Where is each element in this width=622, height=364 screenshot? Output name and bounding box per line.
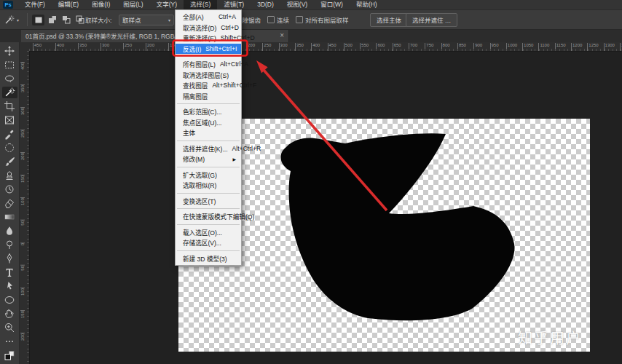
select-subject-button[interactable]: 选择主体: [370, 13, 408, 27]
divider: [27, 13, 28, 26]
menubar-item[interactable]: 窗口(W): [314, 0, 350, 9]
move-tool[interactable]: [2, 45, 17, 57]
dodge-tool[interactable]: [2, 239, 17, 250]
menu-item[interactable]: 选取相似(R): [176, 180, 241, 191]
subtract-from-selection-icon[interactable]: [60, 15, 72, 25]
intersect-selection-icon[interactable]: [74, 15, 86, 25]
menubar-item[interactable]: 编辑(E): [52, 0, 85, 9]
menu-separator: [177, 56, 240, 57]
menu-item[interactable]: 所有图层(L)Alt+Ctrl+A: [176, 59, 241, 70]
menu-item[interactable]: 修改(M)▶: [176, 154, 241, 165]
ruler-label: 1250: [587, 43, 598, 51]
sample-size-label: 取样大小:: [85, 10, 111, 29]
menu-item[interactable]: 主体: [176, 127, 241, 138]
hand-tool[interactable]: [2, 308, 17, 320]
sample-size-select[interactable]: 取样点 ▾: [119, 15, 174, 25]
chevron-down-icon: ▾: [17, 17, 19, 23]
type-tool[interactable]: [2, 266, 17, 278]
menubar-item[interactable]: 视图(V): [280, 0, 314, 9]
ruler-label: 350: [20, 84, 25, 92]
ruler-label: 250: [20, 130, 25, 138]
blur-tool[interactable]: [2, 225, 17, 237]
contiguous-option[interactable]: 连续: [267, 10, 289, 29]
menu-separator: [177, 141, 240, 141]
eraser-tool[interactable]: [2, 197, 17, 209]
shape-tool[interactable]: [2, 294, 17, 306]
menu-item[interactable]: 存储选区(V)...: [176, 237, 241, 248]
brush-tool[interactable]: [2, 156, 17, 167]
menu-item[interactable]: 全部(A)Ctrl+A: [176, 12, 241, 23]
magic-wand-tool[interactable]: [2, 87, 17, 98]
sample-all-layers-option[interactable]: 对所有图层取样: [296, 10, 349, 29]
ruler-label: 1050: [522, 43, 533, 51]
sample-all-layers-checkbox[interactable]: [296, 16, 303, 23]
crop-tool[interactable]: [2, 100, 17, 112]
active-tool-badge[interactable]: ▾: [4, 10, 19, 29]
rectangular-marquee-tool[interactable]: [2, 59, 17, 71]
pen-tool[interactable]: [2, 253, 17, 264]
menubar-item[interactable]: 图层(L): [117, 0, 149, 9]
path-selection-tool[interactable]: [2, 280, 17, 292]
menu-item[interactable]: 隔离图层: [176, 91, 241, 102]
close-tab-icon[interactable]: ×: [280, 32, 284, 39]
zoom-tool[interactable]: [2, 322, 17, 333]
menubar-item[interactable]: 图像(I): [85, 0, 117, 9]
ruler-label: 1000: [506, 43, 517, 51]
menu-item[interactable]: 色彩范围(C)...: [176, 106, 241, 117]
ruler-label: 700: [409, 43, 417, 51]
menu-item[interactable]: 变换选区(T): [176, 196, 241, 207]
ruler-label: 200: [246, 43, 255, 51]
contiguous-label: 连续: [277, 15, 289, 24]
ruler-label: 200: [20, 333, 25, 341]
ruler-label: 550: [360, 43, 369, 51]
patch-tool[interactable]: [2, 142, 17, 154]
select-and-mask-button[interactable]: 选择并遮住 …: [406, 13, 457, 27]
ruler-label: 50: [20, 265, 25, 271]
clone-stamp-tool[interactable]: [2, 170, 17, 181]
menu-item[interactable]: 扩大选取(G): [176, 170, 241, 181]
edit-toolbar-ellipsis-icon[interactable]: [2, 336, 17, 347]
ruler-label: 750: [425, 43, 433, 51]
menu-item[interactable]: 新建 3D 模型(3): [176, 253, 241, 264]
ruler-label: 400: [311, 43, 320, 51]
lasso-tool[interactable]: [2, 73, 17, 84]
menu-separator: [177, 103, 240, 104]
menu-separator: [177, 250, 240, 251]
ruler-label: 500: [344, 43, 353, 51]
ruler-label: 350: [295, 43, 304, 51]
menu-item[interactable]: 反选(I)Shift+Ctrl+I: [176, 44, 241, 55]
menu-item[interactable]: 取消选择(D)Ctrl+D: [176, 23, 241, 33]
ruler-label: 1300: [604, 43, 615, 51]
menubar-item[interactable]: 文字(Y): [150, 0, 184, 9]
menu-separator: [177, 167, 240, 167]
ruler-label: 1200: [571, 43, 582, 51]
menu-item[interactable]: 焦点区域(U)...: [176, 117, 241, 128]
menubar-item[interactable]: 滤镜(T): [217, 0, 251, 9]
ruler-label: 150: [20, 175, 25, 183]
menu-item[interactable]: 在快速蒙版模式下编辑(Q): [176, 211, 241, 222]
menu-item[interactable]: 重新选择(E)Shift+Ctrl+D: [176, 33, 241, 44]
photoshop-window: Ps 文件(F)编辑(E)图像(I)图层(L)文字(Y)选择(S)滤镜(T)3D…: [0, 0, 622, 364]
menu-item[interactable]: 选择并遮住(K)...Alt+Ctrl+R: [176, 143, 241, 154]
frame-tool[interactable]: [2, 114, 17, 126]
gradient-tool[interactable]: [2, 211, 17, 223]
menubar-item[interactable]: 3D(D): [251, 0, 280, 9]
ruler-label: 250: [123, 43, 132, 51]
contiguous-checkbox[interactable]: [267, 16, 275, 23]
menubar-item[interactable]: 文件(F): [18, 0, 52, 9]
select-dropdown-menu: 全部(A)Ctrl+A取消选择(D)Ctrl+D重新选择(E)Shift+Ctr…: [175, 9, 242, 266]
new-selection-icon[interactable]: [32, 15, 44, 25]
menu-item[interactable]: 查找图层Alt+Shift+Ctrl+F: [176, 80, 241, 91]
foreground-background-swatches[interactable]: [2, 349, 17, 361]
ruler-label: 1150: [555, 43, 566, 51]
eyedropper-tool[interactable]: [2, 128, 17, 140]
menubar-item[interactable]: 选择(S): [184, 0, 217, 9]
photoshop-logo-icon: Ps: [3, 1, 13, 9]
add-to-selection-icon[interactable]: [46, 15, 58, 25]
ruler-label: 50: [20, 220, 25, 226]
menu-item[interactable]: 取消选择图层(S): [176, 70, 241, 81]
ruler-label: 200: [20, 152, 25, 160]
menu-item[interactable]: 载入选区(O)...: [176, 227, 241, 238]
history-brush-tool[interactable]: [2, 183, 17, 195]
menubar-item[interactable]: 帮助(H): [350, 0, 384, 9]
